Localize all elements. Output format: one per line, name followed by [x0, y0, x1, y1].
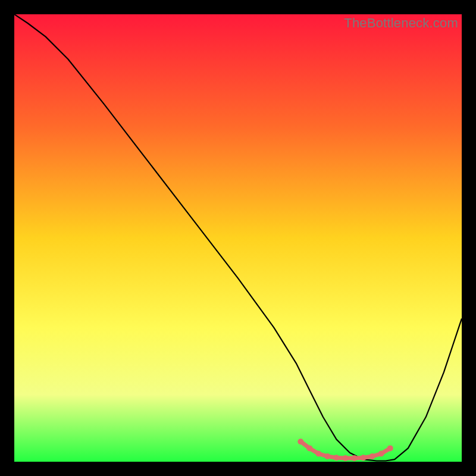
- optimal-point: [333, 455, 339, 461]
- optimal-point: [306, 445, 312, 451]
- optimal-point: [378, 451, 384, 457]
- optimal-point: [387, 445, 393, 451]
- optimal-point: [343, 455, 349, 461]
- chart-svg: [14, 14, 462, 462]
- chart-background: [14, 14, 462, 462]
- optimal-point: [324, 453, 330, 459]
- chart-frame: TheBottleneck.com: [14, 14, 462, 462]
- optimal-point: [315, 451, 321, 457]
- optimal-point: [369, 453, 375, 459]
- optimal-point: [361, 455, 367, 461]
- optimal-point: [298, 439, 303, 444]
- optimal-point: [352, 455, 358, 461]
- watermark-text: TheBottleneck.com: [344, 15, 458, 31]
